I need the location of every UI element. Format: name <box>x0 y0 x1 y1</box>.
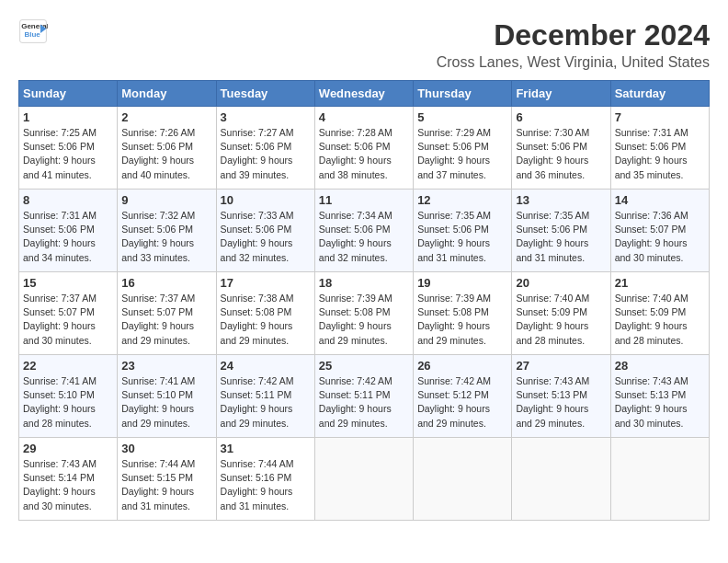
calendar-week-row: 22Sunrise: 7:41 AMSunset: 5:10 PMDayligh… <box>19 355 710 438</box>
calendar-cell: 11Sunrise: 7:34 AMSunset: 5:06 PMDayligh… <box>314 190 413 272</box>
calendar-cell: 26Sunrise: 7:42 AMSunset: 5:12 PMDayligh… <box>414 355 512 438</box>
location-title: Cross Lanes, West Virginia, United State… <box>437 54 710 71</box>
day-number: 25 <box>319 359 409 373</box>
calendar-cell: 19Sunrise: 7:39 AMSunset: 5:08 PMDayligh… <box>414 272 512 355</box>
day-number: 27 <box>516 359 606 373</box>
day-info: Sunrise: 7:38 AMSunset: 5:08 PMDaylight:… <box>221 292 311 348</box>
day-number: 5 <box>417 110 507 124</box>
calendar-cell: 31Sunrise: 7:44 AMSunset: 5:16 PMDayligh… <box>216 438 314 521</box>
day-number: 16 <box>121 276 211 290</box>
calendar-cell: 13Sunrise: 7:35 AMSunset: 5:06 PMDayligh… <box>512 190 610 272</box>
calendar-cell: 20Sunrise: 7:40 AMSunset: 5:09 PMDayligh… <box>512 272 610 355</box>
day-number: 8 <box>23 193 113 207</box>
svg-text:Blue: Blue <box>24 30 40 39</box>
day-number: 10 <box>221 193 311 207</box>
day-number: 4 <box>319 110 409 124</box>
calendar-cell: 24Sunrise: 7:42 AMSunset: 5:11 PMDayligh… <box>216 355 314 438</box>
day-info: Sunrise: 7:44 AMSunset: 5:16 PMDaylight:… <box>221 457 311 513</box>
day-info: Sunrise: 7:41 AMSunset: 5:10 PMDaylight:… <box>121 374 211 431</box>
day-info: Sunrise: 7:33 AMSunset: 5:06 PMDaylight:… <box>221 209 311 265</box>
calendar-cell: 1Sunrise: 7:25 AMSunset: 5:06 PMDaylight… <box>19 107 118 190</box>
day-info: Sunrise: 7:37 AMSunset: 5:07 PMDaylight:… <box>23 292 113 348</box>
day-info: Sunrise: 7:28 AMSunset: 5:06 PMDaylight:… <box>319 126 409 182</box>
calendar-cell: 23Sunrise: 7:41 AMSunset: 5:10 PMDayligh… <box>118 355 216 438</box>
day-number: 23 <box>121 359 211 373</box>
day-number: 20 <box>516 276 606 290</box>
day-number: 11 <box>319 193 409 207</box>
calendar-cell: 29Sunrise: 7:43 AMSunset: 5:14 PMDayligh… <box>19 438 118 521</box>
calendar-cell: 5Sunrise: 7:29 AMSunset: 5:06 PMDaylight… <box>414 107 512 190</box>
month-title: December 2024 <box>437 18 710 52</box>
day-number: 24 <box>221 359 311 373</box>
day-info: Sunrise: 7:26 AMSunset: 5:06 PMDaylight:… <box>121 126 211 182</box>
day-number: 1 <box>23 110 113 124</box>
day-number: 18 <box>319 276 409 290</box>
day-number: 17 <box>221 276 311 290</box>
day-info: Sunrise: 7:31 AMSunset: 5:06 PMDaylight:… <box>23 209 113 265</box>
column-header-sunday: Sunday <box>19 81 118 107</box>
day-info: Sunrise: 7:29 AMSunset: 5:06 PMDaylight:… <box>417 126 507 182</box>
day-info: Sunrise: 7:42 AMSunset: 5:11 PMDaylight:… <box>221 374 311 431</box>
day-number: 29 <box>23 442 113 455</box>
calendar-cell: 14Sunrise: 7:36 AMSunset: 5:07 PMDayligh… <box>610 190 709 272</box>
calendar-table: SundayMondayTuesdayWednesdayThursdayFrid… <box>18 80 710 521</box>
calendar-cell: 18Sunrise: 7:39 AMSunset: 5:08 PMDayligh… <box>314 272 413 355</box>
day-number: 7 <box>615 110 705 124</box>
calendar-cell: 12Sunrise: 7:35 AMSunset: 5:06 PMDayligh… <box>414 190 512 272</box>
calendar-week-row: 15Sunrise: 7:37 AMSunset: 5:07 PMDayligh… <box>19 272 710 355</box>
day-info: Sunrise: 7:43 AMSunset: 5:13 PMDaylight:… <box>516 374 606 431</box>
day-number: 19 <box>417 276 507 290</box>
day-info: Sunrise: 7:41 AMSunset: 5:10 PMDaylight:… <box>23 374 113 431</box>
column-header-wednesday: Wednesday <box>314 81 413 107</box>
day-number: 9 <box>121 193 211 207</box>
calendar-cell <box>610 438 709 521</box>
calendar-cell: 27Sunrise: 7:43 AMSunset: 5:13 PMDayligh… <box>512 355 610 438</box>
logo: General Blue <box>18 18 48 44</box>
day-info: Sunrise: 7:39 AMSunset: 5:08 PMDaylight:… <box>417 292 507 348</box>
day-info: Sunrise: 7:30 AMSunset: 5:06 PMDaylight:… <box>516 126 606 182</box>
column-header-saturday: Saturday <box>610 81 709 107</box>
calendar-cell: 22Sunrise: 7:41 AMSunset: 5:10 PMDayligh… <box>19 355 118 438</box>
day-info: Sunrise: 7:27 AMSunset: 5:06 PMDaylight:… <box>221 126 311 182</box>
calendar-cell: 21Sunrise: 7:40 AMSunset: 5:09 PMDayligh… <box>610 272 709 355</box>
day-number: 15 <box>23 276 113 290</box>
calendar-cell: 25Sunrise: 7:42 AMSunset: 5:11 PMDayligh… <box>314 355 413 438</box>
calendar-cell <box>512 438 610 521</box>
day-number: 28 <box>615 359 705 373</box>
day-info: Sunrise: 7:40 AMSunset: 5:09 PMDaylight:… <box>516 292 606 348</box>
logo-icon: General Blue <box>18 18 48 44</box>
calendar-week-row: 8Sunrise: 7:31 AMSunset: 5:06 PMDaylight… <box>19 190 710 272</box>
calendar-cell: 28Sunrise: 7:43 AMSunset: 5:13 PMDayligh… <box>610 355 709 438</box>
day-info: Sunrise: 7:39 AMSunset: 5:08 PMDaylight:… <box>319 292 409 348</box>
day-info: Sunrise: 7:35 AMSunset: 5:06 PMDaylight:… <box>417 209 507 265</box>
day-info: Sunrise: 7:40 AMSunset: 5:09 PMDaylight:… <box>615 292 705 348</box>
day-info: Sunrise: 7:37 AMSunset: 5:07 PMDaylight:… <box>121 292 211 348</box>
day-number: 26 <box>417 359 507 373</box>
day-number: 31 <box>221 442 311 455</box>
title-section: December 2024 Cross Lanes, West Virginia… <box>437 18 710 71</box>
calendar-cell: 4Sunrise: 7:28 AMSunset: 5:06 PMDaylight… <box>314 107 413 190</box>
day-number: 6 <box>516 110 606 124</box>
calendar-cell: 30Sunrise: 7:44 AMSunset: 5:15 PMDayligh… <box>118 438 216 521</box>
column-header-tuesday: Tuesday <box>216 81 314 107</box>
day-number: 30 <box>121 442 211 455</box>
calendar-cell <box>314 438 413 521</box>
day-info: Sunrise: 7:32 AMSunset: 5:06 PMDaylight:… <box>121 209 211 265</box>
page-header: General Blue December 2024 Cross Lanes, … <box>18 18 710 71</box>
calendar-cell: 6Sunrise: 7:30 AMSunset: 5:06 PMDaylight… <box>512 107 610 190</box>
calendar-cell: 3Sunrise: 7:27 AMSunset: 5:06 PMDaylight… <box>216 107 314 190</box>
calendar-week-row: 1Sunrise: 7:25 AMSunset: 5:06 PMDaylight… <box>19 107 710 190</box>
calendar-cell <box>414 438 512 521</box>
day-info: Sunrise: 7:25 AMSunset: 5:06 PMDaylight:… <box>23 126 113 182</box>
calendar-cell: 9Sunrise: 7:32 AMSunset: 5:06 PMDaylight… <box>118 190 216 272</box>
day-number: 22 <box>23 359 113 373</box>
day-info: Sunrise: 7:34 AMSunset: 5:06 PMDaylight:… <box>319 209 409 265</box>
day-info: Sunrise: 7:42 AMSunset: 5:11 PMDaylight:… <box>319 374 409 431</box>
day-number: 3 <box>221 110 311 124</box>
day-number: 13 <box>516 193 606 207</box>
day-info: Sunrise: 7:43 AMSunset: 5:13 PMDaylight:… <box>615 374 705 431</box>
day-info: Sunrise: 7:36 AMSunset: 5:07 PMDaylight:… <box>615 209 705 265</box>
day-info: Sunrise: 7:35 AMSunset: 5:06 PMDaylight:… <box>516 209 606 265</box>
day-number: 21 <box>615 276 705 290</box>
column-header-monday: Monday <box>118 81 216 107</box>
